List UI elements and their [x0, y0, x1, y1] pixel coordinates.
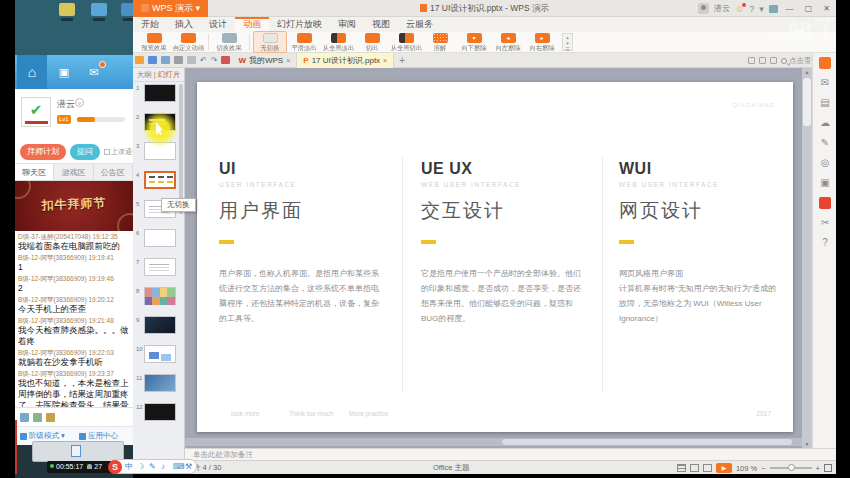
redo-icon[interactable]: ↷ [211, 53, 218, 68]
zoom-slider-knob[interactable] [788, 464, 795, 471]
sidebar-icon[interactable]: ▤ [813, 93, 837, 113]
slide-thumbnail[interactable] [144, 287, 176, 305]
thumbnail-item[interactable]: 10 [133, 343, 184, 372]
emoji-icon[interactable]: ☺ [735, 4, 744, 14]
print-preview-icon[interactable] [187, 56, 196, 64]
zoom-slider[interactable] [770, 467, 812, 469]
save-icon[interactable] [148, 56, 157, 64]
slide-thumbnail[interactable] [144, 84, 176, 102]
settings-icon[interactable] [770, 57, 777, 64]
sidebar-icon[interactable]: ? [813, 233, 837, 253]
gallery-tab[interactable]: ▣ [49, 55, 79, 89]
ribbon-button-none[interactable]: 无切换 [253, 31, 287, 53]
font-icon[interactable] [20, 413, 29, 422]
menu-tab-4[interactable]: 幻灯片放映 [269, 17, 330, 32]
menu-tab-7[interactable]: 云服务 [398, 17, 441, 32]
print-icon[interactable] [174, 56, 183, 64]
menu-tab-6[interactable]: 视图 [364, 17, 398, 32]
export-icon[interactable] [161, 56, 170, 64]
close-tab-icon[interactable]: × [286, 57, 290, 64]
fit-screen-icon[interactable] [824, 464, 832, 472]
ime-icon[interactable]: ✎ [149, 460, 156, 473]
scrollbar-thumb[interactable] [803, 78, 811, 126]
thumbnail-item[interactable]: 12 [133, 401, 184, 430]
account-name[interactable]: 潜云 [714, 3, 730, 14]
sidebar-icon[interactable]: ◎ [813, 153, 837, 173]
chat-message-list[interactable]: D级-37-迷醉(205417048) 19:12:35我端着面条在电脑跟前吃的… [15, 231, 133, 407]
menu-tab-1[interactable]: 插入 [167, 17, 201, 32]
ribbon-button-preview[interactable]: 预览效果 [137, 32, 171, 52]
ribbon-button-dissolve[interactable]: 溶解 [423, 32, 457, 52]
outline-tab[interactable]: 大纲 [137, 70, 152, 79]
checkbox[interactable] [104, 149, 110, 155]
chat-tab-1[interactable]: 游戏区 [54, 164, 93, 180]
zoom-in-button[interactable]: + [816, 464, 820, 473]
slide-thumbnail[interactable] [144, 316, 176, 334]
slide-thumbnail[interactable] [144, 258, 176, 276]
desktop-icon[interactable] [91, 3, 107, 16]
message-tab[interactable]: ✉ [79, 55, 109, 89]
sidebar-red-icon[interactable] [819, 197, 831, 209]
scroll-down-icon[interactable]: ▼ [802, 441, 812, 447]
ime-icon[interactable]: ♪ [161, 460, 165, 473]
maximize-button[interactable]: ▢ [802, 4, 816, 13]
doc-tab-1[interactable]: P17 UI设计初识.pptx× [297, 53, 394, 68]
layout-icon[interactable] [748, 57, 755, 64]
open-folder-icon[interactable] [135, 56, 144, 64]
zoom-out-button[interactable]: − [761, 464, 765, 473]
input-method-bar[interactable]: S 中☽✎♪⌨⚒ [109, 459, 197, 474]
ribbon-button-wipe-down[interactable]: ▾向下擦除 [457, 32, 491, 52]
sidebar-icon[interactable]: ▣ [813, 173, 837, 193]
dropdown-icon[interactable]: ▾ [759, 4, 764, 14]
ribbon-button-wipe-right[interactable]: ▸向右擦除 [525, 32, 559, 52]
avatar[interactable]: ✔ [21, 97, 51, 127]
close-button[interactable]: ✕ [820, 4, 833, 13]
ribbon-button-fade-black[interactable]: 从全黑淡出 [321, 32, 355, 52]
ribbon-button-fade[interactable]: 平滑淡出 [287, 32, 321, 52]
slide-edit-area[interactable]: QIAOXIANG 2017 UIUSER INTERFACE用户界面用户界面，… [185, 68, 802, 448]
close-tab-icon[interactable]: × [383, 57, 387, 64]
ime-icon[interactable]: 中 [125, 460, 133, 473]
thumbnail-item[interactable]: 6 [133, 227, 184, 256]
format-brush-icon[interactable] [221, 56, 230, 64]
ime-icon[interactable]: ☽ [137, 460, 144, 473]
sidebar-icon[interactable]: ✉ [813, 73, 837, 93]
notes-placeholder[interactable]: 单击此处添加备注 [185, 448, 836, 460]
thumbnail-item[interactable]: 8 [133, 285, 184, 314]
thumbnail-item[interactable]: 4 [133, 169, 184, 198]
menu-tab-3[interactable]: 动画 [235, 17, 269, 32]
sogou-logo-icon[interactable]: S [108, 460, 122, 474]
slide-thumbnail[interactable] [144, 171, 176, 189]
mini-window[interactable] [32, 441, 124, 462]
thumbnail-item[interactable]: 9 [133, 314, 184, 343]
ime-icon[interactable]: ⚒ [185, 460, 192, 473]
chat-tab-2[interactable]: 公告区 [94, 164, 133, 180]
menu-tab-2[interactable]: 设计 [201, 17, 235, 32]
ime-icon[interactable]: ⌨ [173, 460, 185, 473]
slide-thumbnail[interactable] [144, 374, 176, 392]
slide-thumbnail[interactable] [144, 229, 176, 247]
thumbnail-item[interactable]: 7 [133, 256, 184, 285]
horizontal-scrollbar[interactable] [185, 438, 802, 446]
skin-icon[interactable] [769, 5, 778, 13]
sidebar-orange-icon[interactable] [819, 57, 831, 69]
slide-thumbnail[interactable] [144, 403, 176, 421]
undo-icon[interactable]: ↶ [200, 53, 207, 68]
sorter-view-icon[interactable] [690, 464, 699, 472]
ask-button[interactable]: 提问 [70, 144, 100, 160]
new-tab-button[interactable]: + [394, 55, 410, 66]
home-tab[interactable]: ⌂ [17, 55, 47, 89]
thumbnail-item[interactable]: 11 [133, 372, 184, 401]
desktop-icon[interactable] [59, 3, 75, 16]
arrange-icon[interactable] [759, 57, 766, 64]
account-avatar[interactable] [698, 3, 709, 14]
sidebar-icon[interactable]: ✂ [813, 213, 837, 233]
scroll-up-icon[interactable]: ▲ [802, 69, 812, 75]
ribbon-button-switch[interactable]: 切换效果 [212, 32, 246, 52]
minimize-button[interactable]: — [783, 4, 797, 13]
menu-tab-5[interactable]: 审阅 [330, 17, 364, 32]
event-banner[interactable]: 扣牛拜师节 [15, 181, 133, 231]
ribbon-button-cut[interactable]: 切出 [355, 32, 389, 52]
sidebar-icon[interactable]: ✎ [813, 133, 837, 153]
ribbon-button-wipe-left[interactable]: ◂向左擦除 [491, 32, 525, 52]
